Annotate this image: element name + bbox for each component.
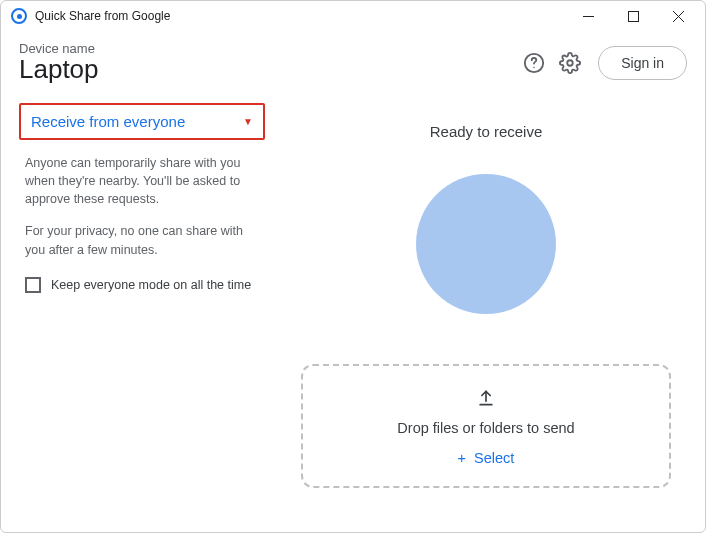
- upload-icon: [476, 388, 496, 412]
- device-block: Device name Laptop: [19, 41, 516, 85]
- svg-point-5: [533, 67, 534, 68]
- checkbox-label: Keep everyone mode on all the time: [51, 278, 251, 292]
- minimize-button[interactable]: [566, 1, 611, 31]
- settings-icon[interactable]: [558, 51, 582, 75]
- select-label: Select: [474, 450, 514, 466]
- description-2: For your privacy, no one can share with …: [25, 222, 259, 258]
- header: Device name Laptop Sign in: [1, 31, 705, 99]
- status-text: Ready to receive: [430, 123, 543, 140]
- content: Receive from everyone ▼ Anyone can tempo…: [1, 99, 705, 532]
- keep-everyone-checkbox[interactable]: Keep everyone mode on all the time: [25, 277, 259, 293]
- main-panel: Ready to receive Drop files or folders t…: [277, 99, 695, 518]
- window-title: Quick Share from Google: [35, 9, 170, 23]
- receive-mode-dropdown[interactable]: Receive from everyone ▼: [19, 103, 265, 140]
- device-name: Laptop: [19, 54, 516, 85]
- titlebar: Quick Share from Google: [1, 1, 705, 31]
- plus-icon: +: [458, 450, 466, 466]
- select-button[interactable]: + Select: [458, 450, 515, 466]
- dropdown-label: Receive from everyone: [31, 113, 185, 130]
- chevron-down-icon: ▼: [243, 116, 253, 127]
- maximize-button[interactable]: [611, 1, 656, 31]
- sidebar: Receive from everyone ▼ Anyone can tempo…: [13, 99, 269, 518]
- close-button[interactable]: [656, 1, 701, 31]
- svg-point-6: [567, 60, 573, 66]
- dropzone-text: Drop files or folders to send: [397, 420, 574, 436]
- radar-circle: [416, 174, 556, 314]
- app-icon: [11, 8, 27, 24]
- dropzone[interactable]: Drop files or folders to send + Select: [301, 364, 671, 488]
- description-1: Anyone can temporarily share with you wh…: [25, 154, 259, 208]
- checkbox-box: [25, 277, 41, 293]
- svg-rect-1: [629, 11, 639, 21]
- signin-button[interactable]: Sign in: [598, 46, 687, 80]
- help-icon[interactable]: [522, 51, 546, 75]
